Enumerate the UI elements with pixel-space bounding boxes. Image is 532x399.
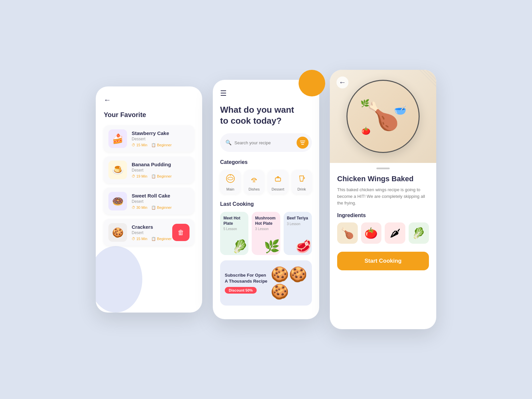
recipe-title: Chicken Wings Baked <box>337 175 429 183</box>
category-label-dessert: Dessert <box>272 187 284 191</box>
category-item-main[interactable]: Main <box>220 170 241 194</box>
back-button-screen3[interactable]: ← <box>336 76 348 88</box>
discount-badge[interactable]: Discount 50% <box>225 287 257 294</box>
cooking-card-beef[interactable]: Beef Teriya 3 Lesson 🥩 <box>284 212 312 255</box>
level-label: 📋 Beginner <box>151 174 172 179</box>
category-item-dessert[interactable]: Dessert <box>268 170 288 194</box>
last-cooking-title: Last Cooking <box>220 201 312 207</box>
food-icon-crackers: 🍪 <box>108 223 127 242</box>
category-label-main: Main <box>226 187 234 191</box>
ingredients-row: 🍗 🍅 🌶 🥬 <box>337 222 429 244</box>
recipe-body: Chicken Wings Baked This baked chicken w… <box>330 175 436 277</box>
list-item[interactable]: 🍩 Sweet Roll Cake Desert ⏱ 30 Min 📋 Begi… <box>104 188 194 214</box>
category-icon-dishes <box>249 174 259 185</box>
delete-button[interactable]: 🗑 <box>172 224 190 241</box>
food-icon-cake: 🍰 <box>108 129 127 148</box>
time-label: ⏱ 30 Min <box>132 205 147 210</box>
filter-icon <box>300 140 305 145</box>
category-item-dishes[interactable]: Dishes <box>244 170 265 194</box>
ingredient-item-tomato[interactable]: 🍅 <box>361 222 382 244</box>
crackers-category: Desert <box>132 230 172 235</box>
crackers-item[interactable]: 🍪 Crackers Desert ⏱ 15 Min 📋 Beginner 🗑 <box>104 219 194 246</box>
subscribe-text: Subscribe For Open A Thousands Recipe <box>225 272 267 284</box>
crackers-name: Crackers <box>132 224 172 230</box>
screen-favorites: ← Your Favorite 🍰 Stawberry Cake Dessert… <box>96 86 202 313</box>
drag-handle <box>376 168 390 169</box>
cooking-card-img: 🥬 <box>232 239 248 254</box>
fav-item-name: Banana Pudding <box>132 162 190 167</box>
category-label-drink: Drink <box>297 187 306 191</box>
search-input[interactable] <box>234 140 294 145</box>
herb-emoji: 🌿 <box>360 99 369 108</box>
decorative-wave <box>96 246 142 313</box>
svg-point-4 <box>228 177 233 180</box>
ingredient-item-chicken[interactable]: 🍗 <box>337 222 358 244</box>
cooking-card-title: Beef Teriya <box>287 216 309 221</box>
subscribe-image: 🍪🍪🍪 <box>271 266 307 300</box>
svg-line-12 <box>423 70 436 83</box>
orange-blob-decoration <box>299 70 325 96</box>
fav-item-name: Sweet Roll Cake <box>132 193 190 199</box>
ingredient-item-chili[interactable]: 🌶 <box>385 222 405 244</box>
level-label: 📋 Beginner <box>151 237 172 241</box>
svg-line-14 <box>430 70 436 76</box>
list-item[interactable]: 🍰 Stawberry Cake Dessert ⏱ 15 Min 📋 Begi… <box>104 125 194 152</box>
ingredient-item-greens[interactable]: 🥬 <box>409 222 429 244</box>
recipe-hero: ← 🍗 🥣 🍅 🌿 <box>330 70 436 163</box>
screens-container: ← Your Favorite 🍰 Stawberry Cake Dessert… <box>96 70 436 329</box>
fav-item-category: Desert <box>132 168 190 173</box>
food-icon-roll: 🍩 <box>108 192 127 210</box>
search-icon: 🔍 <box>225 140 232 146</box>
time-label: ⏱ 15 Min <box>132 237 147 241</box>
start-cooking-button[interactable]: Start Cooking <box>337 252 429 270</box>
svg-line-16 <box>433 70 436 73</box>
plate-circle: 🍗 🥣 🍅 🌿 <box>346 80 420 153</box>
subscribe-banner: Subscribe For Open A Thousands Recipe Di… <box>220 260 312 306</box>
recipe-plate: 🍗 🥣 🍅 🌿 <box>346 80 420 153</box>
fav-item-category: Desert <box>132 199 190 204</box>
subscribe-content: Subscribe For Open A Thousands Recipe Di… <box>225 272 267 293</box>
menu-icon[interactable]: ☰ <box>220 89 312 98</box>
category-icon-main <box>226 174 235 185</box>
cooking-card-lesson: 5 Lesson <box>223 227 245 231</box>
filter-button[interactable] <box>297 137 309 149</box>
cooking-card-lesson: 3 Lesson <box>255 227 277 231</box>
fav-item-meta: ⏱ 30 Min 📋 Beginner <box>132 205 190 210</box>
time-label: ⏱ 19 Min <box>132 174 147 179</box>
back-button-screen1[interactable]: ← <box>104 96 111 104</box>
category-label-dishes: Dishes <box>248 187 260 191</box>
crackers-info: Crackers Desert ⏱ 15 Min 📋 Beginner <box>132 224 172 241</box>
cooking-card-title: Mushroom Hot Plate <box>255 216 277 226</box>
cooking-card-mushroom[interactable]: Mushroom Hot Plate 3 Lesson 🌿 <box>252 212 280 255</box>
category-icon-drink <box>297 174 306 185</box>
categories-section-title: Categories <box>220 159 312 165</box>
fav-item-info: Banana Pudding Desert ⏱ 19 Min 📋 Beginne… <box>132 162 190 179</box>
list-item[interactable]: 🍮 Banana Pudding Desert ⏱ 19 Min 📋 Begin… <box>104 157 194 183</box>
tomato-emoji: 🍅 <box>361 127 370 135</box>
category-icon-dessert <box>273 174 283 185</box>
food-hero-emoji: 🍗 🥣 🍅 🌿 <box>366 101 400 132</box>
category-item-drink[interactable]: Drink <box>292 170 312 194</box>
fav-item-category: Dessert <box>132 137 190 141</box>
svg-rect-9 <box>275 178 281 181</box>
screen-home: ☰ What do you want to cook today? 🔍 Cate… <box>213 80 319 319</box>
fav-item-meta: ⏱ 15 Min 📋 Beginner <box>132 143 190 147</box>
screen-recipe-detail: ← 🍗 🥣 🍅 🌿 Chicken Wings Baked This baked… <box>330 70 436 329</box>
main-heading: What do you want to cook today? <box>220 104 312 126</box>
fav-item-info: Sweet Roll Cake Desert ⏱ 30 Min 📋 Beginn… <box>132 193 190 210</box>
last-cooking-row: Meet Hot Plate 5 Lesson 🥬 Mushroom Hot P… <box>220 212 312 255</box>
fav-item-meta: ⏱ 19 Min 📋 Beginner <box>132 174 190 179</box>
search-bar: 🔍 <box>220 133 312 152</box>
categories-row: Main Dishes <box>220 170 312 194</box>
svg-line-15 <box>420 70 436 86</box>
level-label: 📋 Beginner <box>151 143 172 147</box>
ingredients-title: Ingredients <box>337 212 429 218</box>
sauce-bowl-emoji: 🥣 <box>394 104 406 116</box>
cooking-card-img: 🌿 <box>264 239 280 254</box>
cooking-card-meet[interactable]: Meet Hot Plate 5 Lesson 🥬 <box>220 212 248 255</box>
cooking-card-lesson: 3 Lesson <box>287 222 309 226</box>
cooking-card-img: 🥩 <box>296 239 311 254</box>
food-icon-pudding: 🍮 <box>108 161 127 179</box>
favorites-title: Your Favorite <box>104 111 194 119</box>
recipe-description: This baked chicken wings recipe is going… <box>337 187 429 206</box>
